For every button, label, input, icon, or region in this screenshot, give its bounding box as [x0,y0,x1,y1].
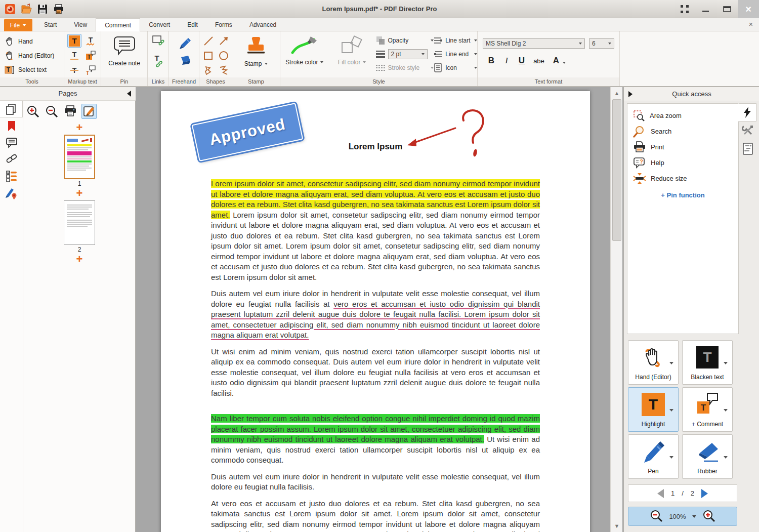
previous-page-button[interactable] [657,489,664,498]
tab-forms[interactable]: Forms [206,18,241,31]
italic-button[interactable]: I [500,56,513,66]
ellipse-shape-icon[interactable] [217,49,231,62]
sidebar-tab-comments[interactable] [0,134,23,151]
thumbnail-zoom-out-button[interactable] [44,104,59,119]
link-text-icon[interactable]: T [152,53,165,68]
quick-tab-actions[interactable] [738,103,756,121]
chevron-down-icon[interactable] [724,409,728,412]
pdf-page[interactable]: Approved Lorem Ipsum Lorem ipsum dolor s… [161,91,590,532]
stroke-color-button[interactable]: Stroke color [280,31,329,78]
pin-function-link[interactable]: + Pin function [627,191,738,199]
tab-advanced[interactable]: Advanced [241,18,285,31]
chevron-down-icon[interactable] [669,362,673,364]
add-page-button[interactable]: + [23,122,136,134]
quick-item-area-zoom[interactable]: Area zoom [627,108,738,124]
strikethrough-text-icon[interactable]: T [67,63,81,77]
polyline-shape-icon[interactable] [217,63,231,77]
zoom-out-icon[interactable] [650,510,663,523]
svg-text:T: T [89,36,93,44]
strikethrough-button[interactable]: abe [530,57,547,65]
hand-editor-tool-button[interactable]: Hand (Editor) [0,49,64,63]
thumbnail-zoom-in-button[interactable] [25,104,40,119]
font-color-button[interactable]: A [550,56,563,66]
sidebar-tab-bookmarks[interactable] [0,117,23,134]
add-page-button[interactable]: + [23,188,136,199]
pages-sidebar: Pages [0,87,136,532]
document-viewport[interactable]: Approved Lorem Ipsum Lorem ipsum dolor s… [136,87,623,532]
line-shape-icon[interactable] [201,34,216,48]
rectangle-shape-icon[interactable] [201,49,216,62]
next-page-button[interactable] [701,489,708,498]
tab-file[interactable]: File [4,19,32,31]
scroll-up-icon[interactable]: ▲ [611,88,623,98]
font-family-select[interactable]: MS Shell Dlg 2 [483,38,585,49]
underline-text-icon[interactable]: T [67,49,81,62]
quick-button-blacken-text[interactable]: T Blacken text [682,340,733,385]
quick-tab-tools[interactable] [739,121,757,140]
quick-button-highlight[interactable]: T Highlight [628,387,679,432]
tab-comment[interactable]: Comment [96,18,140,32]
fill-color-button[interactable]: Fill color [329,31,375,78]
chevron-down-icon[interactable] [724,456,728,459]
quick-tab-panel-list[interactable] [739,140,757,158]
expand-panel-icon[interactable] [628,91,632,97]
line-start-button[interactable]: Line start [434,34,477,47]
collapse-panel-icon[interactable] [127,91,131,97]
polygon-shape-icon[interactable] [201,63,216,77]
font-size-select[interactable]: 6 [589,38,614,49]
tab-view[interactable]: View [65,18,96,31]
quick-button-hand-editor[interactable]: Hand (Editor) [628,340,679,385]
sidebar-tab-pages[interactable] [0,101,23,117]
underline-button[interactable]: U [515,56,528,66]
edit-pages-button[interactable] [81,104,97,119]
tab-convert[interactable]: Convert [140,18,179,31]
link-area-icon[interactable] [152,35,165,49]
document-scrollbar[interactable]: ▲ ▼ [610,87,622,532]
freehand-pen-icon[interactable] [177,35,192,50]
highlight-text-icon[interactable]: T [67,34,81,48]
tab-start[interactable]: Start [35,18,65,31]
arrow-shape-icon[interactable] [217,34,231,48]
scroll-down-icon[interactable]: ▼ [611,521,623,531]
quick-item-print[interactable]: Print [627,139,738,155]
minimize-button[interactable] [695,0,716,18]
icon-style-button[interactable]: Icon [434,62,477,74]
sidebar-tab-links[interactable] [0,151,23,168]
line-end-button[interactable]: Line end [434,48,477,60]
chevron-down-icon[interactable] [669,409,673,412]
scrollbar-thumb[interactable] [612,99,621,241]
chevron-down-icon[interactable] [724,362,728,364]
quick-item-reduce-size[interactable]: Reduce size [627,171,738,186]
quick-item-help[interactable]: ? Help [627,155,738,171]
squiggly-underline-icon[interactable]: T [83,34,98,48]
quick-button-rubber[interactable]: Rubber [682,434,733,479]
select-text-tool-button[interactable]: T Select text [0,63,64,77]
maximize-button[interactable] [716,0,738,18]
create-note-button[interactable]: Create note [101,31,147,67]
note-text-icon[interactable]: T [83,49,98,62]
stamp-button[interactable]: Stamp [232,31,280,67]
sidebar-tab-signatures[interactable] [0,184,23,201]
quick-button-add-comment[interactable]: T + Comment [682,387,733,432]
zoom-dropdown-icon[interactable] [692,515,696,518]
close-button[interactable]: × [738,0,759,18]
print-pages-button[interactable] [63,104,78,119]
bold-button[interactable]: B [485,56,498,66]
freehand-eraser-icon[interactable] [177,55,191,66]
collapse-ribbon-button[interactable]: × [749,20,753,28]
tab-edit[interactable]: Edit [179,18,206,31]
hand-tool-button[interactable]: Hand [0,34,64,49]
chevron-down-icon[interactable] [669,456,673,459]
opacity-button[interactable]: Opacity [375,34,434,47]
page-thumbnail-2[interactable] [64,200,95,245]
stroke-style-button[interactable]: Stroke style [375,62,434,74]
quick-button-pen[interactable]: Pen [628,434,679,479]
quick-item-search[interactable]: Search [627,124,738,139]
text-callout-icon[interactable]: T [83,63,98,77]
page-thumbnail-1[interactable] [64,135,95,179]
stroke-width-select[interactable]: 2 pt [388,49,428,59]
zoom-in-icon[interactable] [702,510,715,523]
add-page-button[interactable]: + [23,254,136,265]
fullscreen-button[interactable] [674,0,695,18]
sidebar-tab-form-fields[interactable] [0,168,23,184]
